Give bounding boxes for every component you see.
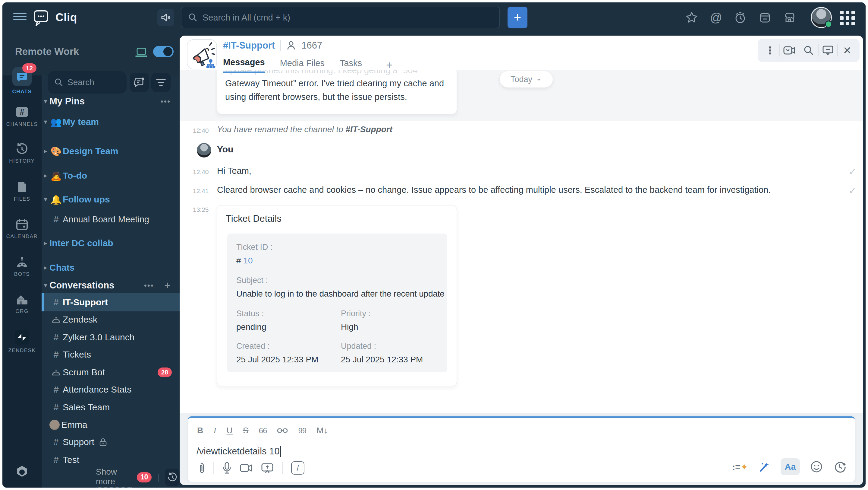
starred-icon[interactable] xyxy=(685,11,698,24)
conversation-item-it-support[interactable]: # IT-Support xyxy=(41,293,180,311)
ticket-updated-value: 25 Jul 2025 12:33 PM xyxy=(341,355,423,365)
emoji-icon[interactable] xyxy=(810,460,823,473)
create-new-button[interactable]: + xyxy=(507,7,527,28)
user-avatar[interactable] xyxy=(811,7,832,28)
hide-chat-icon[interactable] xyxy=(818,45,837,56)
hamburger-menu-icon[interactable] xyxy=(13,13,27,22)
screen-share-icon[interactable] xyxy=(261,463,274,473)
conversation-item-tickets[interactable]: # Tickets xyxy=(41,345,180,364)
navigation-rail: 12 CHATS # CHANNELS HISTORY FILES CALEND… xyxy=(2,76,41,488)
apps-grid-icon[interactable] xyxy=(840,11,855,25)
slash-command-button[interactable]: / xyxy=(291,461,304,474)
magic-wand-icon[interactable] xyxy=(758,461,770,473)
text-format-button[interactable]: Aa xyxy=(781,458,800,475)
show-more-link[interactable]: Show more xyxy=(96,467,132,488)
conversation-item-scrum-bot[interactable]: Scrum Bot 28 xyxy=(41,363,180,381)
new-chat-button[interactable] xyxy=(130,73,149,92)
chats-unread-badge: 12 xyxy=(22,63,36,73)
recent-history-button[interactable] xyxy=(165,468,180,486)
rail-item-org[interactable]: ORG xyxy=(2,293,41,314)
message-text[interactable]: Cleared browser cache and cookies – no c… xyxy=(217,185,771,195)
message-input[interactable]: /viewticketdetails 10 xyxy=(196,445,281,457)
conversations-options-icon[interactable]: ••• xyxy=(144,281,154,290)
sidebar: Search ▾ My Pins ••• ▾ 👥 My team ▸ 🎨 Des… xyxy=(41,76,180,488)
ticket-message-time: 13:25 xyxy=(193,206,209,213)
quote-close-button[interactable]: 99 xyxy=(298,426,306,435)
voice-message-icon[interactable] xyxy=(222,462,231,474)
pin-item-design-team[interactable]: ▸ 🎨 Design Team xyxy=(41,142,180,160)
rail-item-bots[interactable]: BOTS xyxy=(2,256,41,277)
online-status-dot xyxy=(825,21,832,28)
sidebar-search-input[interactable]: Search xyxy=(48,71,127,93)
bold-button[interactable]: B xyxy=(197,426,203,435)
schedule-send-icon[interactable] xyxy=(833,460,846,473)
mentions-icon[interactable]: @ xyxy=(710,11,722,24)
emma-avatar xyxy=(50,420,60,430)
reminders-icon[interactable] xyxy=(734,11,747,24)
message-composer[interactable]: B I U S 66 99 M↓ /viewticketdetails 10 / xyxy=(188,416,855,482)
chevron-down-icon: ⌄ xyxy=(536,74,542,82)
add-conversation-icon[interactable]: + xyxy=(164,279,171,292)
ticket-id-link[interactable]: 10 xyxy=(243,256,253,265)
conversation-item-zylker[interactable]: # Zylker 3.0 Launch xyxy=(41,328,180,346)
ticket-details-card[interactable]: Ticket Details Ticket ID : # 10 Subject … xyxy=(217,205,457,386)
filter-button[interactable] xyxy=(151,73,170,92)
pin-item-follow-ups[interactable]: ▾ 🔔 Follow ups xyxy=(41,191,180,208)
marketplace-icon[interactable] xyxy=(783,11,796,24)
ai-list-icon[interactable]: :=✦ xyxy=(732,462,748,472)
planner-icon[interactable] xyxy=(758,11,772,24)
my-pins-section-header[interactable]: ▾ My Pins ••• xyxy=(41,93,180,109)
rail-item-zendesk[interactable]: ZENDESK xyxy=(2,329,41,354)
tab-tasks[interactable]: Tasks xyxy=(340,58,362,73)
pin-item-chats[interactable]: ▸ Chats xyxy=(41,259,180,277)
italic-button[interactable]: I xyxy=(213,426,216,435)
add-tab-icon[interactable]: + xyxy=(386,59,393,71)
close-icon[interactable]: ✕ xyxy=(838,45,857,56)
pin-item-my-team[interactable]: ▾ 👥 My team xyxy=(41,113,180,131)
attach-file-icon[interactable] xyxy=(197,462,205,474)
remote-work-toggle[interactable] xyxy=(153,46,174,57)
tab-messages[interactable]: Messages xyxy=(223,57,265,73)
message-sender-avatar[interactable] xyxy=(197,143,211,157)
conversation-item-zendesk[interactable]: Zendesk xyxy=(41,311,180,328)
more-options-icon[interactable]: ⋮ xyxy=(761,45,779,56)
conversation-item-sales-team[interactable]: # Sales Team xyxy=(41,398,180,416)
message-text[interactable]: Hi Team, xyxy=(217,166,251,176)
conversation-item-support[interactable]: # Support xyxy=(41,433,180,451)
pin-item-inter-dc-collab[interactable]: ▸ Inter DC collab xyxy=(41,234,180,252)
rail-item-calendar[interactable]: CALENDAR xyxy=(2,218,41,239)
rail-item-history[interactable]: HISTORY xyxy=(2,142,41,164)
rail-item-files[interactable]: FILES xyxy=(2,180,41,202)
member-count[interactable]: 1667 xyxy=(301,40,322,51)
conversations-section-header[interactable]: ▾ Conversations ••• + xyxy=(41,278,180,293)
search-in-chat-icon[interactable] xyxy=(799,45,818,56)
todo-emoji: 🙇 xyxy=(50,171,63,181)
remote-work-icon[interactable] xyxy=(135,47,148,58)
link-button[interactable] xyxy=(277,427,288,434)
my-pins-options-icon[interactable]: ••• xyxy=(161,97,170,106)
rail-item-channels[interactable]: # CHANNELS xyxy=(2,106,41,127)
settings-gear-icon[interactable] xyxy=(2,464,41,480)
pin-item-annual-board-meeting[interactable]: # Annual Board Meeting xyxy=(41,210,180,228)
channel-title[interactable]: #IT-Support xyxy=(223,40,275,51)
today-date-pill[interactable]: Today ⌄ xyxy=(500,71,553,87)
video-message-icon[interactable] xyxy=(240,463,253,473)
tab-media-files[interactable]: Media Files xyxy=(280,58,324,73)
conversation-item-emma[interactable]: Emma xyxy=(41,416,180,434)
video-call-icon[interactable] xyxy=(780,46,799,55)
ticket-status-value: pending xyxy=(236,322,267,332)
conversation-item-test[interactable]: # Test xyxy=(41,451,180,469)
underline-button[interactable]: U xyxy=(227,426,233,435)
conversation-item-attendance-stats[interactable]: # Attendance Stats xyxy=(41,380,180,399)
global-search-input[interactable]: Search in All (cmd + k) xyxy=(181,7,500,28)
rail-item-chats[interactable]: 12 CHATS xyxy=(2,67,41,95)
markdown-button[interactable]: M↓ xyxy=(316,426,328,435)
strikethrough-button[interactable]: S xyxy=(243,426,249,435)
mute-sound-button[interactable] xyxy=(157,9,174,26)
older-message-card[interactable]: update pushed this morning. I keep getti… xyxy=(217,67,457,114)
channel-avatar[interactable] xyxy=(187,39,217,69)
text-cursor xyxy=(280,445,281,457)
quote-open-button[interactable]: 66 xyxy=(258,426,267,435)
topbar-divider xyxy=(808,11,808,24)
pin-item-todo[interactable]: ▸ 🙇 To-do xyxy=(41,167,180,185)
